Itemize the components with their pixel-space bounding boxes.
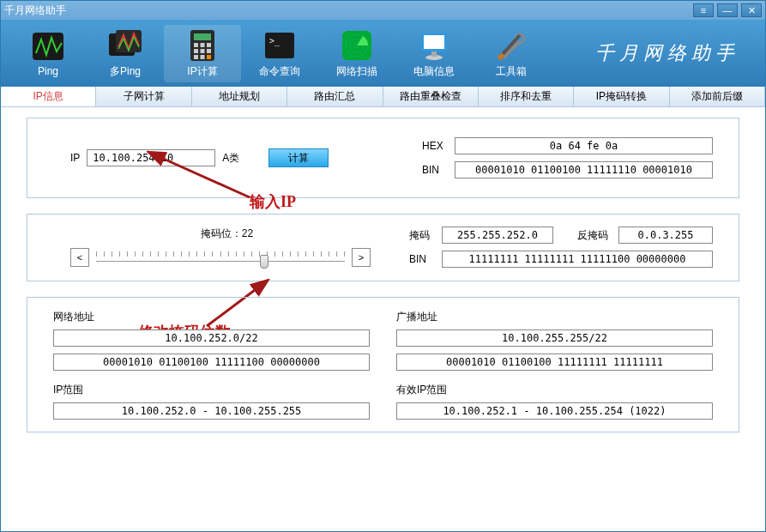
tool-label: Ping (9, 65, 87, 77)
tool-label: 命令查询 (241, 64, 318, 79)
slider-next-button[interactable]: > (352, 248, 371, 267)
tool-label: 多Ping (87, 64, 164, 79)
network-cidr-output: 10.100.252.0/22 (53, 329, 370, 347)
wildcard-output: 0.0.3.255 (618, 227, 713, 244)
hex-label: HEX (422, 140, 448, 152)
svg-rect-7 (207, 43, 211, 47)
tools-icon (491, 28, 532, 63)
tool-label: 网络扫描 (318, 64, 395, 79)
broadcast-cidr-output: 10.100.255.255/22 (396, 329, 713, 347)
results-panel: 网络地址 10.100.252.0/22 00001010 01100100 1… (27, 297, 739, 432)
tool-toolbox[interactable]: 工具箱 (473, 25, 550, 82)
tab-maskconvert[interactable]: IP掩码转换 (574, 87, 669, 106)
mask-bin-output: 11111111 11111111 11111100 00000000 (442, 251, 713, 268)
tab-routeoverlap[interactable]: 路由重叠检查 (383, 87, 479, 106)
maskbits-value: 22 (242, 227, 253, 239)
tab-addressplan[interactable]: 地址规划 (192, 87, 287, 106)
ping-icon (27, 29, 69, 63)
tool-netscan[interactable]: 网络扫描 (318, 25, 395, 82)
window-close-button[interactable]: ✕ (741, 3, 762, 17)
slider-thumb[interactable] (260, 255, 268, 269)
svg-rect-4 (194, 33, 211, 40)
svg-rect-6 (201, 43, 205, 47)
bin-label: BIN (422, 164, 448, 176)
content-area: IP A类 计算 HEX 0a 64 fe 0a BIN 00001010 01… (1, 107, 765, 531)
tool-label: IP计算 (164, 64, 241, 79)
app-window: 千月网络助手 ≡ — ✕ Ping 多Ping IP计算 >_ 命令查询 网络扫… (0, 0, 766, 532)
sub-tabs: IP信息 子网计算 地址规划 路由汇总 路由重叠检查 排序和去重 IP掩码转换 … (1, 87, 765, 107)
maskbits-label: 掩码位： (201, 227, 242, 239)
bin-output: 00001010 01100100 11111110 00001010 (455, 161, 713, 178)
mask-bin-label: BIN (409, 253, 435, 265)
ip-input[interactable] (87, 149, 215, 166)
tool-ping[interactable]: Ping (9, 26, 87, 81)
multiping-icon (105, 28, 146, 63)
wildcard-label: 反掩码 (577, 228, 612, 243)
ip-class-label: A类 (222, 151, 239, 166)
hex-output: 0a 64 fe 0a (455, 137, 713, 154)
ip-label: IP (70, 152, 80, 164)
broadcast-bin-output: 00001010 01100100 11111111 11111111 (396, 354, 713, 371)
monitor-icon (413, 28, 455, 63)
tool-cmdquery[interactable]: >_ 命令查询 (241, 25, 318, 82)
tool-multiping[interactable]: 多Ping (87, 25, 164, 82)
tab-sortdedup[interactable]: 排序和去重 (479, 87, 574, 106)
calculator-icon (182, 28, 223, 63)
window-menu-button[interactable]: ≡ (693, 3, 714, 17)
tab-routesummary[interactable]: 路由汇总 (287, 87, 383, 106)
svg-rect-23 (431, 51, 437, 57)
mask-output: 255.255.252.0 (442, 227, 553, 244)
iprange-output: 10.100.252.0 - 10.100.255.255 (53, 402, 370, 420)
tool-ipcalc[interactable]: IP计算 (164, 25, 241, 82)
tool-label: 工具箱 (473, 64, 550, 79)
svg-rect-12 (201, 55, 205, 59)
network-bin-output: 00001010 01100100 11111100 00000000 (53, 354, 370, 371)
tab-prefixsuffix[interactable]: 添加前后缀 (670, 87, 765, 106)
tab-subnet[interactable]: 子网计算 (96, 87, 191, 106)
radar-icon (336, 28, 377, 63)
tool-pcinfo[interactable]: 电脑信息 (395, 25, 473, 82)
svg-text:>_: >_ (269, 36, 280, 46)
svg-rect-11 (194, 55, 198, 59)
calculate-button[interactable]: 计算 (268, 148, 329, 167)
svg-rect-21 (424, 35, 444, 49)
maskbits-slider[interactable] (96, 246, 345, 269)
mask-label: 掩码 (409, 228, 435, 243)
svg-rect-8 (194, 49, 198, 53)
mask-panel: 掩码位：22 < > 掩码 255.255.252.0 (27, 214, 739, 281)
svg-rect-13 (207, 55, 211, 59)
tool-label: 电脑信息 (395, 64, 473, 79)
network-address-label: 网络地址 (53, 310, 370, 324)
window-title: 千月网络助手 (4, 3, 693, 18)
tab-ipinfo[interactable]: IP信息 (1, 87, 96, 106)
svg-rect-10 (207, 49, 211, 53)
svg-rect-9 (201, 49, 205, 53)
ip-input-panel: IP A类 计算 HEX 0a 64 fe 0a BIN 00001010 01… (27, 118, 739, 198)
titlebar: 千月网络助手 ≡ — ✕ (1, 1, 765, 20)
validrange-label: 有效IP范围 (396, 383, 713, 397)
broadcast-address-label: 广播地址 (396, 310, 713, 324)
window-minimize-button[interactable]: — (717, 3, 738, 17)
validrange-output: 10.100.252.1 - 10.100.255.254 (1022) (396, 402, 713, 420)
main-toolbar: Ping 多Ping IP计算 >_ 命令查询 网络扫描 电脑信息 工具箱 千月… (1, 20, 765, 87)
svg-rect-5 (194, 43, 198, 47)
terminal-icon: >_ (259, 28, 300, 63)
brand-text: 千月网络助手 (595, 40, 757, 66)
slider-prev-button[interactable]: < (70, 248, 89, 267)
iprange-label: IP范围 (53, 383, 370, 397)
